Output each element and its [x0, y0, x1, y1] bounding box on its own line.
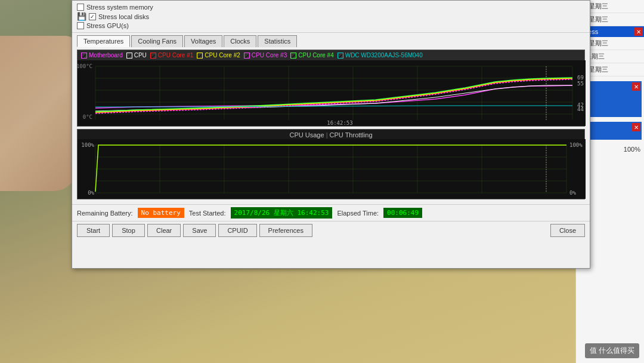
stress-disks-label: Stress local disks: [98, 13, 149, 20]
buttons-bar: Start Stop Clear Save CPUID Preferences …: [72, 221, 590, 239]
test-started-label: Test Started:: [189, 210, 226, 217]
legend-core4: ✓ CPU Core #4: [290, 52, 333, 59]
legend-cpu-label: CPU: [134, 52, 147, 59]
svg-text:55: 55: [577, 81, 584, 87]
svg-text:0%: 0%: [569, 190, 576, 196]
temp-chart-svg: 100°C 0°C 16:42:53: [78, 60, 586, 126]
svg-text:0°C: 0°C: [83, 114, 92, 120]
stress-gpu-item: Stress GPU(s): [77, 21, 585, 30]
tab-voltages[interactable]: Voltages: [184, 35, 222, 47]
tab-temperatures[interactable]: Temperatures: [77, 35, 130, 47]
legend-core2-label: CPU Core #2: [205, 52, 240, 59]
tabs-bar: Temperatures Cooling Fans Voltages Clock…: [72, 33, 590, 47]
stress-memory-label: Stress system memory: [86, 4, 153, 11]
legend-wdc-label: WDC WD3200AAJS-56M040: [345, 52, 423, 59]
tab-clocks[interactable]: Clocks: [224, 35, 256, 47]
start-button[interactable]: Start: [77, 224, 110, 237]
hand-overlay: [0, 36, 78, 191]
temp-chart-wrapper: ✓ Motherboard ✓ CPU ✓ CPU Core #1 ✓ CPU …: [77, 50, 585, 127]
clear-button[interactable]: Clear: [147, 224, 181, 237]
legend-core2: ✓ CPU Core #2: [197, 52, 240, 59]
legend-core1: ✓ CPU Core #1: [150, 52, 193, 59]
legend-core3-checkbox[interactable]: ✓: [244, 53, 250, 59]
elapsed-value: 00:06:49: [383, 208, 422, 218]
close-x-icon-2[interactable]: ✕: [632, 123, 640, 131]
test-started-value: 2017/8/26 星期六 16:42:53: [231, 207, 333, 219]
disk-icon: 💾: [77, 12, 86, 21]
legend-core4-checkbox[interactable]: ✓: [290, 53, 296, 59]
stress-disks-item: 💾 Stress local disks: [77, 11, 585, 21]
stress-memory-checkbox[interactable]: [77, 4, 84, 11]
legend-core2-checkbox[interactable]: ✓: [197, 53, 203, 59]
legend-wdc: ✓ WDC WD3200AAJS-56M040: [338, 52, 423, 59]
svg-text:69: 69: [577, 75, 584, 81]
stress-disks-checkbox[interactable]: [89, 13, 96, 20]
usage-chart-header: CPU Usage | CPU Throttling: [78, 130, 584, 139]
legend-core4-label: CPU Core #4: [298, 52, 333, 59]
legend-core3: ✓ CPU Core #3: [244, 52, 287, 59]
watermark: 值 什么值得买: [585, 343, 639, 358]
svg-text:44: 44: [577, 106, 584, 112]
stress-gpu-label: Stress GPU(s): [86, 22, 129, 29]
usage-chart-svg: 100% 0% 100% 0%: [78, 139, 586, 199]
elapsed-label: Elapsed Time:: [337, 210, 379, 217]
usage-chart-wrapper: CPU Usage | CPU Throttling: [77, 129, 585, 199]
legend-core1-label: CPU Core #1: [158, 52, 193, 59]
preferences-button[interactable]: Preferences: [259, 224, 312, 237]
legend-motherboard: ✓ Motherboard: [81, 52, 123, 59]
legend-core1-checkbox[interactable]: ✓: [150, 53, 156, 59]
legend-motherboard-label: Motherboard: [89, 52, 123, 59]
legend-core3-label: CPU Core #3: [252, 52, 287, 59]
temp-chart-legend: ✓ Motherboard ✓ CPU ✓ CPU Core #1 ✓ CPU …: [78, 50, 584, 60]
svg-text:100°C: 100°C: [78, 63, 92, 69]
save-button[interactable]: Save: [183, 224, 216, 237]
svg-text:100%: 100%: [569, 142, 583, 148]
stress-section: Stress system memory 💾 Stress local disk…: [72, 1, 590, 33]
legend-wdc-checkbox[interactable]: ✓: [338, 53, 343, 59]
stress-gpu-checkbox[interactable]: [77, 22, 84, 29]
stress-memory-item: Stress system memory: [77, 3, 585, 11]
svg-text:0%: 0%: [88, 190, 94, 196]
status-bar: Remaining Battery: No battery Test Start…: [72, 204, 590, 221]
battery-label: Remaining Battery:: [77, 210, 133, 217]
tab-cooling-fans[interactable]: Cooling Fans: [131, 35, 183, 47]
close-x-icon[interactable]: ✕: [632, 82, 640, 91]
hwmonitor-window: Stress system memory 💾 Stress local disk…: [72, 0, 590, 269]
legend-cpu-checkbox[interactable]: ✓: [126, 53, 132, 59]
svg-text:100%: 100%: [81, 142, 94, 148]
legend-cpu: ✓ CPU: [126, 52, 147, 59]
close-icon[interactable]: ✕: [634, 27, 643, 36]
svg-text:16:42:53: 16:42:53: [327, 120, 352, 126]
cpu-usage-title: CPU Usage: [290, 131, 324, 139]
stop-button[interactable]: Stop: [112, 224, 145, 237]
legend-motherboard-checkbox[interactable]: ✓: [81, 53, 87, 59]
cpuid-button[interactable]: CPUID: [218, 224, 256, 237]
cpu-throttling-title: CPU Throttling: [330, 131, 373, 139]
battery-value: No battery: [138, 208, 184, 218]
close-button[interactable]: Close: [550, 224, 585, 237]
charts-container: ✓ Motherboard ✓ CPU ✓ CPU Core #1 ✓ CPU …: [72, 50, 590, 204]
tab-statistics[interactable]: Statistics: [258, 35, 297, 47]
